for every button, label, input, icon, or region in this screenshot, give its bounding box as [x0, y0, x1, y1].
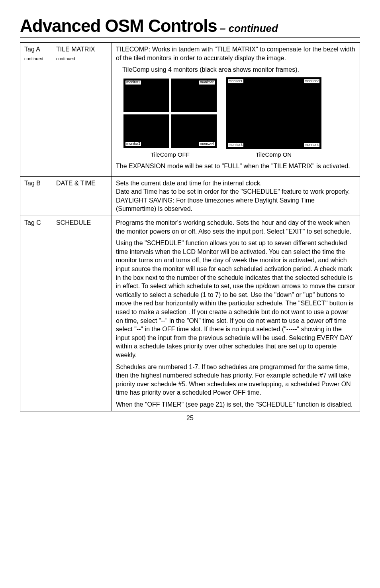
monitor-quad: monitor3 — [227, 113, 274, 148]
desc-text: When the "OFF TIMER" (see page 21) is se… — [116, 400, 356, 409]
monitor-label: monitor1 — [227, 79, 244, 84]
monitor-quad: monitor4 — [274, 113, 321, 148]
desc-text: Programs the monitor's working schedule.… — [116, 218, 356, 236]
monitor-quad: monitor4 — [171, 114, 217, 148]
monitor-quad: monitor1 — [227, 78, 274, 113]
monitor-label: monitor2 — [304, 79, 320, 84]
tag-continued: continued — [24, 56, 43, 61]
cell-desc: Sets the current date and time for the i… — [112, 176, 360, 216]
monitor-label: monitor4 — [199, 142, 215, 146]
desc-text: Schedules are numbered 1-7. If two sched… — [116, 363, 356, 397]
cell-item: DATE & TIME — [52, 176, 112, 216]
cell-desc: Programs the monitor's working schedule.… — [112, 216, 360, 411]
desc-text: TileComp using 4 monitors (black area sh… — [122, 65, 356, 74]
figure-caption: TileComp ON — [256, 151, 292, 159]
table-row: Tag C SCHEDULE Programs the monitor's wo… — [20, 216, 360, 411]
desc-text: Using the "SCHEDULE" function allows you… — [116, 239, 356, 359]
monitor-label: monitor3 — [227, 143, 244, 147]
controls-table: Tag A continued TILE MATRIX continued TI… — [20, 42, 360, 411]
cell-item: SCHEDULE — [52, 216, 112, 411]
title-main: Advanced OSM Controls — [20, 16, 217, 35]
figure-tilecomp-off: monitor1 monitor2 monitor3 monitor4 Tile… — [122, 77, 218, 159]
cell-tag: Tag B — [20, 176, 52, 216]
monitor-label: monitor2 — [199, 80, 215, 85]
figure-caption: TileComp OFF — [151, 151, 190, 159]
tilecomp-figures: monitor1 monitor2 monitor3 monitor4 Tile… — [122, 77, 356, 159]
page-title: Advanced OSM Controls – continued — [20, 16, 360, 38]
tilecomp-on-box: monitor1 monitor2 monitor3 monitor4 — [226, 77, 321, 149]
cell-tag: Tag A continued — [20, 43, 52, 177]
page-number: 25 — [20, 415, 360, 422]
monitor-quad: monitor3 — [123, 114, 169, 148]
table-row: Tag B DATE & TIME Sets the current date … — [20, 176, 360, 216]
cell-tag: Tag C — [20, 216, 52, 411]
desc-text: Date and Time has to be set in order for… — [116, 188, 350, 195]
cell-desc: TILECOMP: Works in tandem with "TILE MAT… — [112, 43, 360, 177]
monitor-quad: monitor2 — [171, 79, 217, 112]
desc-text: DAYLIGHT SAVING: For those timezones whe… — [116, 197, 315, 212]
item-continued: continued — [56, 56, 75, 61]
tag-label: Tag A — [24, 46, 40, 53]
title-sub: – continued — [217, 22, 278, 34]
monitor-label: monitor4 — [304, 143, 320, 147]
monitor-label: monitor3 — [125, 142, 141, 146]
desc-text: TILECOMP: Works in tandem with "TILE MAT… — [116, 45, 356, 62]
item-label: TILE MATRIX — [56, 46, 95, 53]
desc-text: The EXPANSION mode will be set to "FULL"… — [116, 162, 356, 171]
table-row: Tag A continued TILE MATRIX continued TI… — [20, 43, 360, 177]
monitor-quad: monitor1 — [123, 79, 169, 112]
figure-tilecomp-on: monitor1 monitor2 monitor3 monitor4 Tile… — [226, 77, 321, 159]
monitor-quad: monitor2 — [274, 78, 321, 113]
cell-item: TILE MATRIX continued — [52, 43, 112, 177]
monitor-label: monitor1 — [125, 80, 141, 85]
desc-text: Sets the current date and time for the i… — [116, 180, 262, 187]
tilecomp-off-box: monitor1 monitor2 monitor3 monitor4 — [122, 77, 218, 149]
